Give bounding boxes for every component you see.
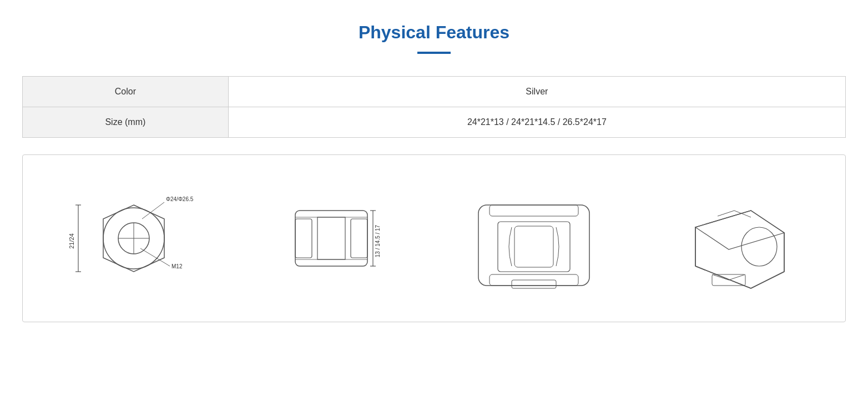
size-value: 24*21*13 / 24*21*14.5 / 26.5*24*17: [228, 107, 845, 138]
diagram-3d-front: [434, 172, 634, 305]
color-value: Silver: [228, 77, 845, 107]
table-row-size: Size (mm) 24*21*13 / 24*21*14.5 / 26.5*2…: [23, 107, 846, 138]
svg-rect-23: [478, 205, 589, 286]
svg-line-11: [140, 248, 170, 266]
diagrams-container: 21/24 Φ24/Φ26.5 M12: [22, 154, 846, 322]
specs-table: Color Silver Size (mm) 24*21*13 / 24*21*…: [22, 76, 846, 138]
svg-point-33: [741, 227, 777, 266]
svg-text:21/24: 21/24: [68, 233, 75, 249]
svg-rect-14: [295, 219, 312, 258]
color-label: Color: [23, 77, 229, 107]
svg-rect-16: [317, 217, 345, 259]
svg-text:M12: M12: [171, 263, 183, 269]
size-label: Size (mm): [23, 107, 229, 138]
svg-text:13 / 14.5 / 17: 13 / 14.5 / 17: [375, 224, 381, 257]
page-title: Physical Features: [22, 11, 846, 43]
diagram-front-view: 13 / 14.5 / 17: [234, 172, 435, 305]
svg-rect-28: [512, 280, 556, 288]
diagram-top-view: 21/24 Φ24/Φ26.5 M12: [34, 172, 234, 305]
svg-rect-15: [351, 219, 367, 258]
svg-line-32: [751, 272, 784, 288]
diagram-3d-iso: [634, 172, 835, 305]
title-underline: [417, 52, 451, 54]
svg-line-31: [695, 266, 751, 288]
table-row-color: Color Silver: [23, 77, 846, 107]
svg-rect-24: [489, 205, 578, 216]
svg-rect-27: [514, 226, 553, 267]
svg-text:Φ24/Φ26.5: Φ24/Φ26.5: [166, 196, 194, 202]
